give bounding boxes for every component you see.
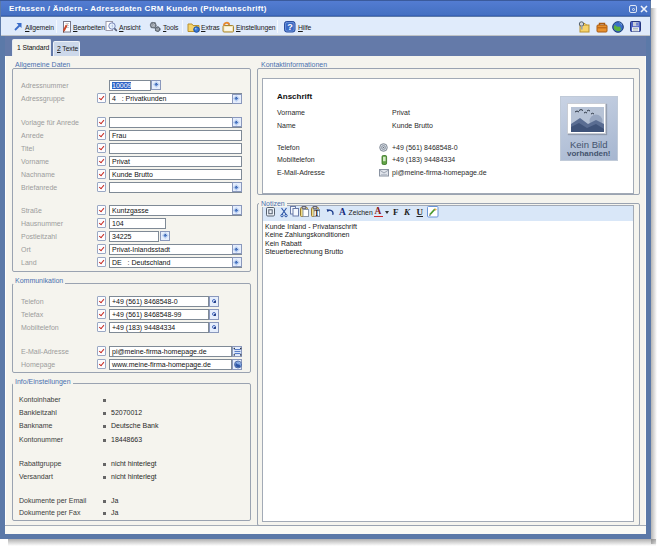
svg-text:T: T: [314, 209, 319, 217]
svg-text:?: ?: [287, 21, 293, 31]
